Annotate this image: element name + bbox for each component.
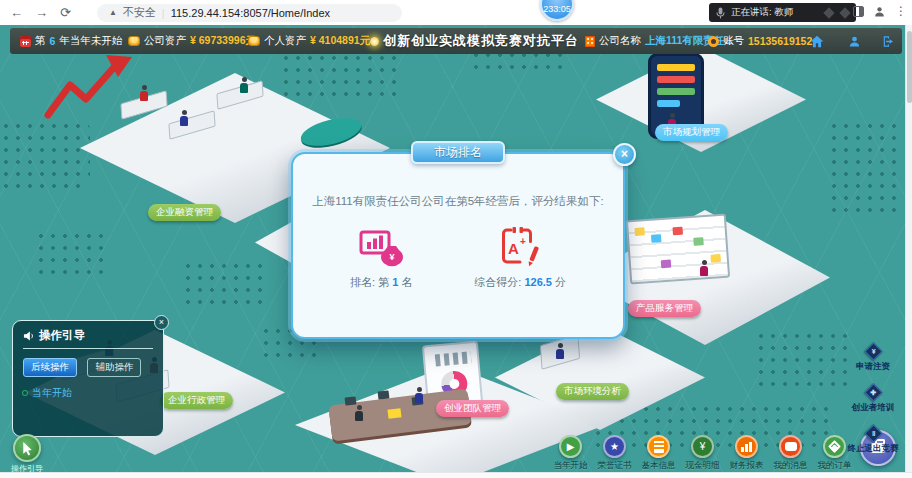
decor-person [355,405,363,421]
decor-laptop [378,390,390,399]
lightbulb-icon [370,37,379,46]
logout-icon [882,35,896,48]
decor-person [180,110,188,126]
personal-asset-label: 个人资产 [264,34,306,48]
honor-certificate-button[interactable]: ★ 荣誉证书 [596,435,633,472]
tab-group-icon[interactable] [853,6,864,17]
map-label-team[interactable]: 创业团队管理 [436,400,509,417]
decor-dots [182,260,267,310]
tab-followup-actions[interactable]: 后续操作 [23,358,77,377]
countdown-timer-badge: 233:05 [540,0,574,21]
platform-title: 创新创业实战模拟竞赛对抗平台 [383,32,579,50]
decor-dots [828,120,900,215]
dock-label: 基本信息 [642,460,676,472]
cash-detail-button[interactable]: ¥ 现金明细 [684,435,721,472]
vertical-scrollbar[interactable] [905,25,912,472]
start-year-button[interactable]: ▶ 当年开始 [552,435,589,472]
cash-icon: ¥ [691,435,714,458]
map-label-product-service[interactable]: 产品服务管理 [628,300,701,317]
training-icon: ✚ [864,383,882,401]
quit-competition-button[interactable]: ‖ 终止退出竞赛 [844,427,902,455]
guide-tabs: 后续操作 辅助操作 [23,356,153,377]
meeting-bar-collapse-icon[interactable] [839,7,850,18]
decor-dots [0,120,90,190]
account-value: 15135619152 [748,35,812,47]
founder-training-button[interactable]: ✚ 创业者培训 [844,386,902,414]
guide-close-icon[interactable]: × [154,315,169,330]
map-label-market-planning[interactable]: 市场规划管理 [655,124,728,141]
meeting-bar-icon[interactable] [823,7,834,18]
game-topbar: 第 6 年当年未开始 公司资产 ¥ 69733996元 个人资产 ¥ 41048… [10,28,902,54]
svg-text:A: A [508,240,519,257]
company-asset-value: ¥ 69733996元 [190,34,256,48]
url-text: 115.29.44.154:8057/Home/Index [171,7,330,19]
dock-label: 现金明细 [686,460,720,472]
profile-icon[interactable] [873,5,886,18]
guide-fab[interactable]: 操作引导 [8,434,46,474]
score-label: 综合得分: [474,276,521,288]
rank-label: 排名: 第 [350,276,389,288]
guide-item-label: 当年开始 [32,386,72,400]
dock-label: 我的订单 [818,460,852,472]
star-icon: ★ [603,435,626,458]
report-icon [735,435,758,458]
map-label-market-analysis[interactable]: 市场环境分析 [556,383,629,400]
reload-icon[interactable]: ⟳ [60,6,71,19]
svg-text:+: + [520,236,526,247]
basic-info-button[interactable]: 基本信息 [640,435,677,472]
tab-assist-actions[interactable]: 辅助操作 [87,358,141,377]
my-messages-button[interactable]: 我的消息 [772,435,809,472]
decor-person [240,77,248,93]
coins-icon [128,36,140,46]
not-secure-icon: ▲ [109,8,117,17]
decor-person [700,260,708,276]
home-button[interactable] [810,28,824,54]
address-divider: | [162,7,165,19]
rank-suffix: 名 [401,276,412,288]
decor-schedule-board [626,214,730,285]
score-suffix: 分 [555,276,566,288]
company-asset-label: 公司资产 [144,34,186,48]
decor-dots [35,230,107,276]
side-label: 申请注资 [856,361,890,373]
speaker-icon [23,331,34,341]
dialog-close-button[interactable]: × [613,143,636,166]
horizontal-scrollbar[interactable] [0,472,912,478]
pointer-icon [21,441,34,456]
platform-title-group: 创新创业实战模拟竞赛对抗平台 [370,28,579,54]
home-icon [810,35,824,48]
dock-label: 当年开始 [554,460,588,472]
map-label-administration[interactable]: 企业行政管理 [160,392,233,409]
address-bar[interactable]: ▲ 不安全 | 115.29.44.154:8057/Home/Index [97,4,402,22]
map-label-financing[interactable]: 企业融资管理 [148,204,221,221]
dialog-message: 上海111有限责任公司公司在第5年经营后，评分结果如下: [293,194,623,209]
capital-icon: ¥ [864,342,882,360]
logout-button[interactable] [882,28,896,54]
score-grade-icon: A + [497,226,543,268]
back-icon[interactable]: ← [10,6,23,19]
account: 账号 15135619152 [708,28,812,54]
score-stat: A + 综合得分: 126.5 分 [474,226,566,290]
financial-report-button[interactable]: 财务报表 [728,435,765,472]
scrollbar-thumb[interactable] [907,31,912,103]
user-button[interactable] [848,28,861,54]
coins-icon [248,36,260,46]
decor-dots [755,330,850,390]
countdown-timer-value: 233:05 [543,4,571,14]
decor-prop [388,408,402,419]
speaking-notice-text: 正在讲话: 教师 [731,6,817,19]
year-number: 6 [50,35,56,47]
chat-icon [779,435,802,458]
decor-person [415,387,423,403]
apply-capital-button[interactable]: ¥ 申请注资 [844,345,902,373]
forward-icon[interactable]: → [35,6,48,19]
guide-item-start-year[interactable]: 当年开始 [23,386,153,400]
rank-stat: ¥ 排名: 第 1 名 [350,226,412,290]
score-value: 126.5 [524,276,552,288]
microphone-icon [716,7,725,19]
menu-dots-icon[interactable]: ⋮ [895,4,907,18]
decor-person [556,343,564,359]
decor-person [140,85,148,101]
calendar-icon [20,36,31,47]
company-name-label: 公司名称 [599,34,641,48]
